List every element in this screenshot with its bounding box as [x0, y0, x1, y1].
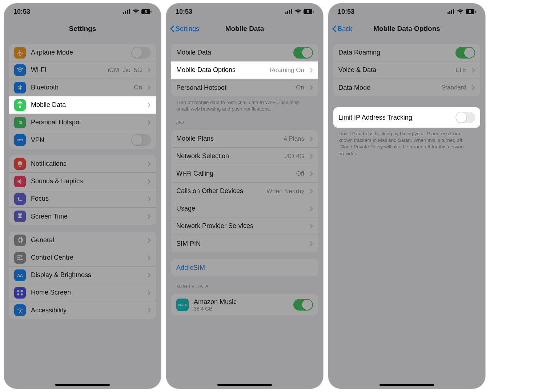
- cellular-signal-icon: [123, 9, 131, 14]
- limit-ip-toggle[interactable]: [455, 112, 475, 123]
- row-airplane-mode[interactable]: Airplane Mode: [9, 44, 156, 61]
- row-bluetooth[interactable]: Bluetooth On: [9, 79, 156, 96]
- row-value: JIO 4G: [285, 153, 304, 160]
- row-label: Display & Brightness: [31, 271, 142, 279]
- back-button[interactable]: Settings: [170, 25, 199, 33]
- row-label: Add eSIM: [176, 264, 313, 272]
- section-header-jio: JIO: [166, 112, 323, 127]
- vpn-toggle[interactable]: [131, 134, 151, 146]
- chevron-right-icon: [147, 307, 151, 313]
- row-label: Calls on Other Devices: [176, 187, 261, 195]
- row-mobile-plans[interactable]: Mobile Plans 4 Plans: [171, 130, 318, 148]
- text-size-icon: AA: [14, 269, 26, 281]
- row-label: Personal Hotspot: [31, 119, 142, 126]
- moon-icon: [14, 193, 26, 205]
- svg-rect-19: [313, 11, 314, 13]
- row-wifi-calling[interactable]: Wi-Fi Calling Off: [171, 165, 318, 183]
- chevron-right-icon: [309, 241, 313, 247]
- row-label: Control Centre: [31, 254, 142, 261]
- svg-rect-2: [127, 10, 128, 14]
- row-screentime[interactable]: Screen Time: [9, 208, 156, 225]
- chevron-right-icon: [471, 67, 475, 73]
- sliders-icon: [14, 252, 26, 264]
- back-button[interactable]: Back: [332, 25, 352, 33]
- chevron-left-icon: [170, 25, 175, 32]
- row-limit-ip-tracking[interactable]: Limit IP Address Tracking: [333, 107, 480, 128]
- row-app-amazon-music[interactable]: music Amazon Music 38.4 GB: [171, 294, 318, 315]
- row-value: 4 Plans: [284, 135, 304, 143]
- row-display-brightness[interactable]: AA Display & Brightness: [9, 267, 156, 284]
- clock: 10:53: [338, 8, 354, 16]
- row-notifications[interactable]: Notifications: [9, 155, 156, 173]
- chevron-right-icon: [309, 136, 313, 142]
- chevron-right-icon: [309, 153, 313, 159]
- row-calls-other-devices[interactable]: Calls on Other Devices When Nearby: [171, 183, 318, 200]
- row-sim-pin[interactable]: SIM PIN: [171, 235, 318, 252]
- row-mobile-data-options[interactable]: Mobile Data Options Roaming On: [171, 61, 318, 79]
- row-general[interactable]: General: [9, 232, 156, 249]
- app-mobile-data-toggle[interactable]: [293, 299, 313, 311]
- chevron-right-icon: [147, 213, 151, 219]
- page-title: Mobile Data Options: [373, 25, 440, 33]
- row-mobile-data-toggle[interactable]: Mobile Data: [171, 44, 318, 61]
- row-network-selection[interactable]: Network Selection JIO 4G: [171, 148, 318, 165]
- footer-text: Turn off mobile data to restrict all dat…: [166, 96, 323, 112]
- row-label: Accessibility: [31, 307, 142, 314]
- vpn-icon: VPN: [14, 134, 26, 146]
- row-data-mode[interactable]: Data Mode Standard: [333, 79, 480, 96]
- row-label: Wi-Fi: [31, 66, 103, 74]
- row-value: iGM_Jio_5G: [108, 67, 142, 74]
- svg-rect-11: [17, 293, 20, 295]
- row-focus[interactable]: Focus: [9, 190, 156, 208]
- navbar: Settings Mobile Data: [166, 20, 323, 37]
- row-data-roaming[interactable]: Data Roaming: [333, 44, 480, 61]
- chevron-right-icon: [147, 196, 151, 202]
- speaker-icon: [14, 176, 26, 187]
- mobile-data-toggle[interactable]: [293, 47, 313, 59]
- row-voice-data[interactable]: Voice & Data LTE: [333, 61, 480, 79]
- footer-text: Limit IP address tracking by hiding your…: [328, 128, 485, 157]
- row-usage[interactable]: Usage: [171, 200, 318, 217]
- row-wifi[interactable]: Wi-Fi iGM_Jio_5G: [9, 61, 156, 79]
- status-bar: 10:53 5: [328, 3, 485, 20]
- row-label: Notifications: [31, 160, 142, 168]
- row-control-centre[interactable]: Control Centre: [9, 249, 156, 267]
- row-network-provider-services[interactable]: Network Provider Services: [171, 217, 318, 235]
- page-title: Settings: [69, 25, 96, 33]
- chevron-right-icon: [147, 161, 151, 167]
- wifi-settings-icon: [14, 64, 26, 76]
- svg-text:VPN: VPN: [17, 139, 23, 142]
- row-accessibility[interactable]: Accessibility: [9, 301, 156, 319]
- row-add-esim[interactable]: Add eSIM: [171, 259, 318, 276]
- row-label: General: [31, 236, 142, 244]
- cellular-signal-icon: [447, 9, 455, 14]
- row-personal-hotspot[interactable]: Personal Hotspot: [9, 114, 156, 131]
- row-home-screen[interactable]: Home Screen: [9, 284, 156, 301]
- airplane-toggle[interactable]: [131, 47, 151, 59]
- chevron-right-icon: [147, 255, 151, 261]
- battery-icon: 5: [466, 9, 476, 14]
- chevron-right-icon: [309, 171, 313, 177]
- back-label: Back: [338, 25, 352, 33]
- row-sounds[interactable]: Sounds & Haptics: [9, 173, 156, 190]
- home-indicator[interactable]: [380, 384, 434, 386]
- svg-point-13: [19, 308, 20, 309]
- row-value: When Nearby: [266, 188, 304, 195]
- home-indicator[interactable]: [55, 384, 110, 386]
- row-personal-hotspot[interactable]: Personal Hotspot On: [171, 79, 318, 96]
- status-bar: 10:53 5: [166, 3, 323, 20]
- row-mobile-data[interactable]: Mobile Data: [9, 96, 156, 114]
- svg-rect-0: [123, 12, 124, 14]
- row-vpn[interactable]: VPN VPN: [9, 131, 156, 149]
- row-label: Airplane Mode: [31, 49, 126, 56]
- chevron-right-icon: [471, 85, 475, 91]
- row-label: Mobile Data: [176, 49, 288, 56]
- row-label: Voice & Data: [338, 66, 450, 74]
- hourglass-icon: [14, 211, 26, 222]
- home-indicator[interactable]: [217, 384, 272, 386]
- row-label: Personal Hotspot: [176, 84, 291, 92]
- row-label: Wi-Fi Calling: [176, 170, 291, 177]
- data-roaming-toggle[interactable]: [455, 47, 475, 59]
- screen-settings: 10:53 5 Settings Airplane Mode Wi-Fi iGM…: [4, 3, 161, 389]
- row-value: LTE: [455, 67, 466, 74]
